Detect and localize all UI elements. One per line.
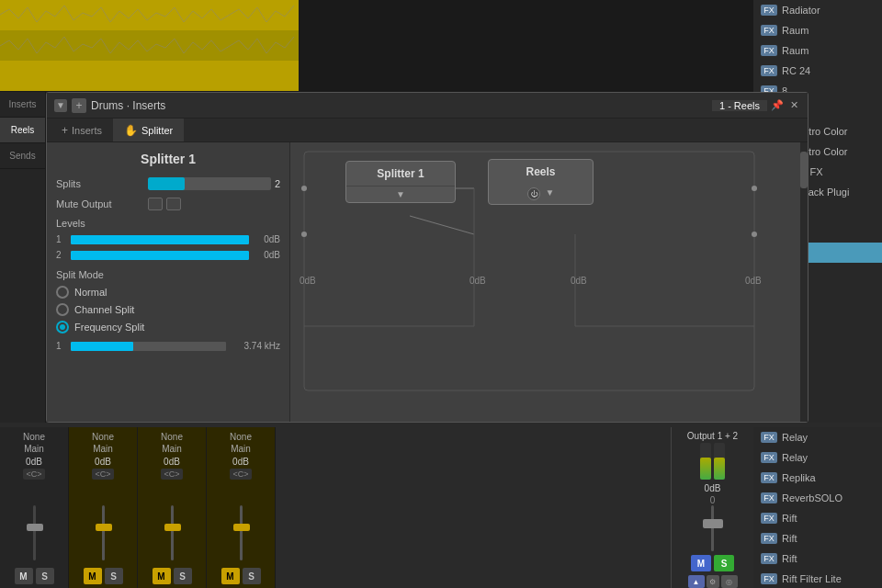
sidebar-item-replika[interactable]: FX Replika xyxy=(753,468,882,488)
sidebar-item-radiator[interactable]: FX Radiator xyxy=(753,0,882,20)
sidebar-tab-sends[interactable]: Sends xyxy=(0,143,45,169)
fx-badge-rift-filter: FX xyxy=(761,573,777,584)
radio-channel-split[interactable] xyxy=(56,303,69,316)
channel-name-3: None xyxy=(230,431,252,443)
splitter-expand-arrow[interactable]: ▼ xyxy=(346,187,455,202)
split-mode-section: Split Mode Normal Channel Split xyxy=(56,269,280,334)
sidebar-item-rift2[interactable]: FX Rift xyxy=(753,528,882,548)
mute-checkbox-1[interactable] xyxy=(148,198,163,210)
sidebar-tab-inserts[interactable]: Inserts xyxy=(0,92,45,118)
solo-button-3[interactable]: S xyxy=(243,568,261,584)
sidebar-item-rift1[interactable]: FX Rift xyxy=(753,508,882,528)
fader-handle-0[interactable] xyxy=(27,524,43,531)
fader-handle-1[interactable] xyxy=(96,524,112,531)
channel-name-2: None xyxy=(161,431,183,443)
channel-fader-area-1 xyxy=(71,480,135,564)
channel-strip-1: None Main 0dB <C> M S xyxy=(69,427,138,588)
mute-button-2[interactable]: M xyxy=(153,568,171,584)
channel-send-row-1: <C> xyxy=(92,469,113,480)
solo-button-0[interactable]: S xyxy=(36,568,54,584)
splits-slider[interactable] xyxy=(148,177,271,190)
level-slider-1[interactable] xyxy=(71,235,249,244)
scrollbar-vertical[interactable] xyxy=(800,142,808,422)
tab-inserts[interactable]: + Inserts xyxy=(51,119,113,141)
master-mute-button[interactable]: M xyxy=(691,555,711,571)
sidebar-item-raum2[interactable]: FX Raum xyxy=(753,40,882,61)
master-meters xyxy=(700,443,725,480)
sidebar-item-rc24[interactable]: FX RC 24 xyxy=(753,61,882,81)
radio-frequency-split-dot xyxy=(60,324,65,330)
channel-send-2[interactable]: <C> xyxy=(161,469,182,480)
fader-track-3[interactable] xyxy=(240,505,243,560)
ms-buttons-2: M S xyxy=(153,568,192,584)
solo-button-2[interactable]: S xyxy=(174,568,192,584)
fx-badge: FX xyxy=(761,45,777,56)
master-solo-button[interactable]: S xyxy=(714,555,734,571)
solo-button-1[interactable]: S xyxy=(105,568,123,584)
fader-track-0[interactable] xyxy=(33,505,36,560)
sidebar-item-reverbsolo[interactable]: FX ReverbSOLO xyxy=(753,488,882,508)
power-button[interactable]: ⏻ xyxy=(527,187,540,200)
pin-icon[interactable]: 📌 xyxy=(771,99,784,112)
add-icon[interactable]: + xyxy=(72,98,86,113)
channel-label-0: None Main xyxy=(23,431,45,455)
channel-db-1: 0dB xyxy=(95,457,111,467)
sidebar-item-label: Raum xyxy=(782,45,808,56)
tab-reels[interactable]: 1 - Reels xyxy=(712,100,767,111)
svg-point-8 xyxy=(301,232,307,237)
channel-send-1[interactable]: <C> xyxy=(92,469,113,480)
fx-badge-reverbsolo: FX xyxy=(761,492,777,503)
collapse-icon[interactable]: ▼ xyxy=(54,99,67,112)
effect-node[interactable]: Reels ⏻ ▼ xyxy=(488,159,594,205)
fader-handle-2[interactable] xyxy=(164,524,181,531)
master-btn-1[interactable]: ▲ xyxy=(688,575,705,588)
sidebar-item-label: Radiator xyxy=(782,5,820,16)
channel-send-3[interactable]: <C> xyxy=(230,469,251,480)
mute-button-3[interactable]: M xyxy=(221,568,240,584)
close-icon[interactable]: ✕ xyxy=(787,99,800,112)
channel-strip-3: None Main 0dB <C> M S xyxy=(207,427,276,588)
radio-frequency-split[interactable] xyxy=(56,321,69,334)
tab-splitter[interactable]: ✋ Splitter xyxy=(113,119,184,141)
mute-button-0[interactable]: M xyxy=(15,568,33,584)
freq-slider[interactable] xyxy=(71,342,226,351)
channel-send-0[interactable]: <C> xyxy=(23,469,44,480)
fader-track-2[interactable] xyxy=(171,505,174,560)
channel-label-1: None Main xyxy=(92,431,114,455)
fx-badge-rift2: FX xyxy=(761,533,777,544)
scrollbar-thumb[interactable] xyxy=(800,152,808,188)
radio-normal-row: Normal xyxy=(56,286,280,299)
expand-arrow-icon[interactable]: ▼ xyxy=(546,187,555,200)
channel-main-3: Main xyxy=(230,443,252,455)
sidebar-item-rift-filter[interactable]: FX Rift Filter Lite xyxy=(753,569,882,588)
mute-checkbox-2[interactable] xyxy=(166,198,181,210)
plus-icon: + xyxy=(62,124,68,137)
channel-db-0: 0dB xyxy=(26,457,42,467)
freq-value: 3.74 kHz xyxy=(230,341,280,351)
sidebar-label-reverbsolo: ReverbSOLO xyxy=(782,492,842,503)
db-label-mid-2: 0dB xyxy=(571,276,587,286)
freq-num: 1 xyxy=(56,341,67,351)
sidebar-item-raum1[interactable]: FX Raum xyxy=(753,20,882,40)
sidebar-tab-reels[interactable]: Reels xyxy=(0,118,45,143)
meter-bar-1 xyxy=(700,443,711,480)
master-fader-track[interactable] xyxy=(711,505,714,551)
splitter-node[interactable]: Splitter 1 ▼ xyxy=(345,161,456,203)
plugin-window: ▼ + Drums · Inserts 1 - Reels 📌 ✕ + Inse… xyxy=(46,92,808,423)
sidebar-item-relay1[interactable]: FX Relay xyxy=(753,427,882,447)
sidebar-item-relay2[interactable]: FX Relay xyxy=(753,447,882,468)
master-btn-3[interactable]: ◎ xyxy=(721,575,738,588)
db-label-left-1: 0dB xyxy=(300,276,316,286)
mute-button-1[interactable]: M xyxy=(84,568,102,584)
radio-normal[interactable] xyxy=(56,286,69,299)
sidebar-label-relay2: Relay xyxy=(782,452,808,463)
channel-fader-area-2 xyxy=(140,480,204,564)
sidebar-item-rift3[interactable]: FX Rift xyxy=(753,548,882,569)
master-fader-handle[interactable] xyxy=(703,519,723,528)
fader-track-1[interactable] xyxy=(102,505,105,560)
level-slider-2[interactable] xyxy=(71,251,249,260)
fader-handle-3[interactable] xyxy=(233,524,250,531)
master-btn-2[interactable]: ⚙ xyxy=(707,575,719,588)
levels-section: Levels 1 0dB 2 0dB xyxy=(56,218,280,260)
waveform-area xyxy=(0,0,753,92)
